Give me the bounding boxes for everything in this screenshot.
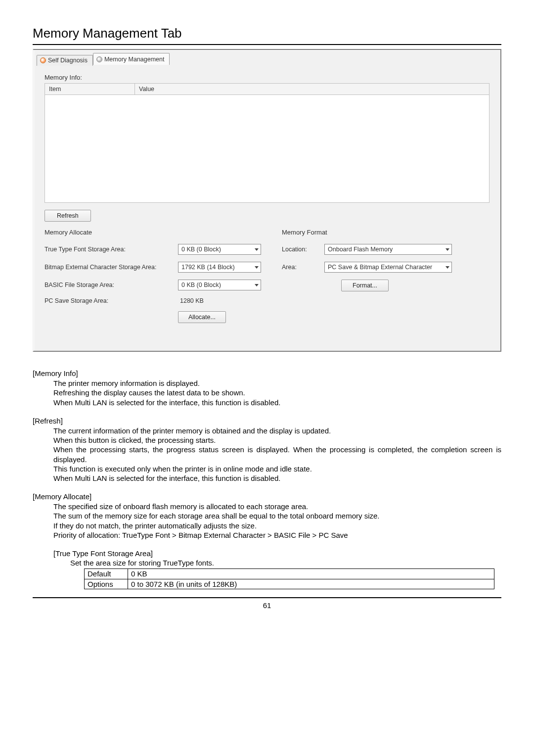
- chevron-down-icon: [255, 284, 259, 286]
- basic-area-label: BASIC File Storage Area:: [44, 282, 178, 288]
- page-number: 61: [33, 601, 501, 610]
- area-dropdown[interactable]: PC Save & Bitmap External Character: [324, 262, 452, 273]
- memory-allocate-heading: Memory Allocate: [44, 229, 268, 236]
- bmp-area-value: 1792 KB (14 Block): [181, 264, 235, 271]
- orange-circle-icon: [40, 57, 46, 63]
- desc-refresh-heading: [Refresh]: [33, 416, 501, 425]
- location-label: Location:: [282, 246, 324, 253]
- chevron-down-icon: [255, 248, 259, 251]
- tab-label: Memory Management: [104, 56, 165, 63]
- ttf-default-label: Default: [85, 569, 128, 579]
- desc-memory-info-heading: [Memory Info]: [33, 369, 501, 378]
- desc-allocate-heading: [Memory Allocate]: [33, 492, 501, 501]
- basic-area-value: 0 KB (0 Block): [181, 282, 221, 288]
- tab-label: Self Diagnosis: [48, 57, 88, 64]
- desc-text: When Multi LAN is selected for the inter…: [53, 473, 501, 483]
- table-header: Item Value: [44, 83, 490, 95]
- ttf-options-label: Options: [85, 579, 128, 589]
- allocate-button[interactable]: Allocate...: [178, 311, 226, 323]
- refresh-button[interactable]: Refresh: [44, 210, 91, 222]
- table-row: Default 0 KB: [85, 569, 494, 579]
- desc-text: The current information of the printer m…: [53, 426, 501, 435]
- desc-text: This function is executed only when the …: [53, 464, 501, 473]
- tab-self-diagnosis[interactable]: Self Diagnosis: [37, 55, 93, 66]
- ttf-options-value: 0 to 3072 KB (in units of 128KB): [128, 579, 494, 589]
- bmp-area-dropdown[interactable]: 1792 KB (14 Block): [178, 262, 261, 273]
- title-underline: [33, 44, 501, 45]
- col-item[interactable]: Item: [45, 84, 135, 94]
- desc-text: The printer memory information is displa…: [53, 378, 501, 388]
- desc-text: Refreshing the display causes the latest…: [53, 388, 501, 397]
- bmp-area-label: Bitmap External Character Storage Area:: [44, 264, 178, 271]
- pcsave-area-value: 1280 KB: [178, 297, 204, 304]
- ttf-options-table: Default 0 KB Options 0 to 3072 KB (in un…: [84, 568, 494, 589]
- ttf-default-value: 0 KB: [128, 569, 494, 579]
- pcsave-area-label: PC Save Storage Area:: [44, 297, 178, 304]
- col-value[interactable]: Value: [135, 84, 489, 94]
- footer-rule: [33, 597, 501, 598]
- location-value: Onboard Flash Memory: [328, 246, 393, 253]
- desc-text: Set the area size for storing TrueType f…: [70, 558, 501, 567]
- tab-memory-management[interactable]: Memory Management: [93, 53, 170, 65]
- page-title: Memory Management Tab: [33, 26, 501, 41]
- area-value: PC Save & Bitmap External Character: [328, 264, 432, 271]
- location-dropdown[interactable]: Onboard Flash Memory: [324, 244, 452, 255]
- chevron-down-icon: [445, 266, 449, 269]
- desc-text: Priority of allocation: TrueType Font > …: [53, 530, 501, 540]
- desc-text: When Multi LAN is selected for the inter…: [53, 398, 501, 407]
- desc-text: The specified size of onboard flash memo…: [53, 502, 501, 511]
- chevron-down-icon: [445, 248, 449, 251]
- desc-ttf-heading: [True Type Font Storage Area]: [53, 549, 501, 558]
- desc-text: If they do not match, the printer automa…: [53, 521, 501, 530]
- table-row: Options 0 to 3072 KB (in units of 128KB): [85, 579, 494, 589]
- tab-bar: Self Diagnosis Memory Management: [37, 53, 497, 65]
- ttf-area-value: 0 KB (0 Block): [181, 246, 221, 253]
- memory-info-label: Memory Info:: [44, 74, 490, 81]
- memory-info-table-body: [44, 95, 490, 203]
- memory-format-heading: Memory Format: [282, 229, 490, 236]
- desc-text: The sum of the memory size for each stor…: [53, 511, 501, 520]
- area-label: Area:: [282, 264, 324, 271]
- ttf-area-dropdown[interactable]: 0 KB (0 Block): [178, 244, 261, 255]
- chevron-down-icon: [255, 266, 259, 269]
- gray-circle-icon: [96, 56, 102, 62]
- desc-text: When this button is clicked, the process…: [53, 435, 501, 445]
- app-window: Self Diagnosis Memory Management Memory …: [33, 49, 501, 352]
- format-button[interactable]: Format...: [341, 280, 389, 291]
- ttf-area-label: True Type Font Storage Area:: [44, 246, 178, 253]
- basic-area-dropdown[interactable]: 0 KB (0 Block): [178, 280, 261, 290]
- desc-text: When the processing starts, the progress…: [53, 445, 501, 464]
